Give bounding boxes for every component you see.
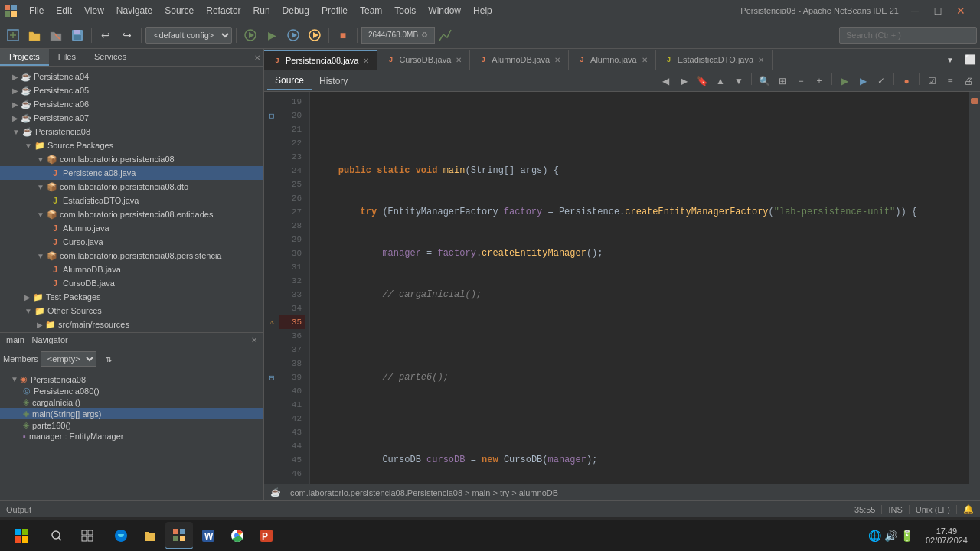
menu-profile[interactable]: Profile xyxy=(315,4,354,18)
windows-button[interactable] xyxy=(6,520,37,551)
redo-button[interactable]: ↪ xyxy=(117,25,137,45)
taskbar-chrome[interactable] xyxy=(224,522,251,549)
tree-item-cursodb[interactable]: J CursoDB.java xyxy=(0,276,263,290)
nav-item-main[interactable]: ◈ main(String[] args) xyxy=(0,408,263,419)
undo-button[interactable]: ↩ xyxy=(96,25,116,45)
tree-item-curso[interactable]: J Curso.java xyxy=(0,235,263,249)
tab-close-alumnodb[interactable]: ✕ xyxy=(554,56,560,64)
expand-pkg1[interactable]: ▼ xyxy=(37,155,44,164)
memory-indicator[interactable]: 2644/768.0MB ♻ xyxy=(361,27,435,44)
clock[interactable]: 17:49 02/07/2024 xyxy=(926,527,968,545)
expand-nav-class[interactable]: ▼ xyxy=(11,375,18,383)
menu-view[interactable]: View xyxy=(78,4,110,18)
nav-scope-select[interactable]: <empty> xyxy=(41,351,96,367)
menu-help[interactable]: Help xyxy=(467,4,498,18)
tree-item-pkg3[interactable]: ▼ 📦 com.laboratorio.persistencia08.entid… xyxy=(0,207,263,221)
tab-services[interactable]: Services xyxy=(85,49,136,66)
expand-pkg3[interactable]: ▼ xyxy=(37,210,44,219)
expand-p07[interactable]: ▶ xyxy=(12,114,18,122)
left-panel-close[interactable]: ✕ xyxy=(254,54,260,62)
fold-39[interactable]: ⊟ xyxy=(270,373,275,383)
tree-item-estadisticadto[interactable]: J EstadisticaDTO.java xyxy=(0,194,263,207)
tree-item-pkg1[interactable]: ▼ 📦 com.laboratorio.persistencia08 xyxy=(0,152,263,166)
taskbar-task-view[interactable] xyxy=(74,522,101,549)
debug-button[interactable] xyxy=(283,25,303,45)
tab-close-cursodb[interactable]: ✕ xyxy=(456,56,462,64)
status-notifications[interactable]: 🔔 xyxy=(957,504,980,514)
expand-p08[interactable]: ▼ xyxy=(12,128,20,136)
taskbar-search[interactable] xyxy=(43,522,70,549)
expand-pkg4[interactable]: ▼ xyxy=(37,252,44,260)
new-project-button[interactable] xyxy=(3,25,23,45)
gutter-39[interactable]: ⊟ xyxy=(264,370,279,384)
tree-item-source-packages[interactable]: ▼ 📁 Source Packages xyxy=(0,139,263,152)
prev-bookmark[interactable]: ▲ xyxy=(712,73,729,90)
nav-item-constructor[interactable]: ◎ Persistencia080() xyxy=(0,385,263,396)
toggle-breakpoint[interactable]: ● xyxy=(898,73,915,90)
expand-os[interactable]: ▼ xyxy=(24,307,32,315)
nav-item-parte160[interactable]: ◈ parte160() xyxy=(0,419,263,431)
tab-close-estadistica[interactable]: ✕ xyxy=(758,56,764,64)
menu-source[interactable]: Source xyxy=(158,4,200,18)
test-file-btn[interactable]: ✓ xyxy=(873,73,890,90)
navigator-close[interactable]: ✕ xyxy=(251,336,257,344)
taskbar-word[interactable]: W xyxy=(194,522,222,549)
tab-overflow-button[interactable]: ▼ xyxy=(940,50,960,70)
fold-all[interactable]: − xyxy=(792,73,809,90)
build-button[interactable] xyxy=(240,25,260,45)
expand-smr[interactable]: ▶ xyxy=(37,321,43,329)
tree-item-smr[interactable]: ▶ 📁 src/main/resources xyxy=(0,318,263,331)
taskbar-edge[interactable] xyxy=(107,522,135,549)
expand-sp[interactable]: ▼ xyxy=(24,142,32,150)
status-output-tab[interactable]: Output xyxy=(0,505,38,514)
taskbar-netbeans[interactable] xyxy=(165,522,193,549)
menu-file[interactable]: File xyxy=(23,4,50,18)
toggle-bookmark[interactable]: 🔖 xyxy=(694,73,710,90)
nav-item-manager[interactable]: ▪ manager : EntityManager xyxy=(0,431,263,442)
tree-item-main-java[interactable]: J Persistencia08.java xyxy=(0,166,263,180)
minimize-button[interactable]: ─ xyxy=(905,1,925,21)
gutter-20[interactable]: ⊟ xyxy=(264,109,279,122)
tab-close-alumno[interactable]: ✕ xyxy=(642,56,648,64)
menu-window[interactable]: Window xyxy=(422,4,467,18)
next-bookmark[interactable]: ▼ xyxy=(730,73,747,90)
tree-item-pkg4[interactable]: ▼ 📦 com.laboratorio.persistencia08.persi… xyxy=(0,249,263,262)
tab-files[interactable]: Files xyxy=(49,49,85,66)
tree-item-p06[interactable]: ▶ ☕ Persistencia06 xyxy=(0,97,263,111)
tree-item-p07[interactable]: ▶ ☕ Persistencia07 xyxy=(0,111,263,125)
tree-item-pkg2[interactable]: ▼ 📦 com.laboratorio.persistencia08.dto xyxy=(0,180,263,194)
code-editor[interactable]: ⊟ ⚠ ⊟ xyxy=(264,92,980,484)
print-btn[interactable]: 🖨 xyxy=(960,73,977,90)
network-icon[interactable]: 🌐 xyxy=(868,530,881,542)
tab-estadisticadto[interactable]: J EstadisticaDTO.java ✕ xyxy=(656,50,773,70)
tab-maximize-button[interactable]: ⬜ xyxy=(960,50,980,70)
taskbar-powerpoint[interactable]: P xyxy=(253,522,280,549)
profile-button[interactable] xyxy=(305,25,325,45)
debug-file-btn[interactable]: ▶ xyxy=(854,73,871,90)
tab-alumnodb[interactable]: J AlumnoDB.java ✕ xyxy=(470,50,569,70)
tree-item-alumno[interactable]: J Alumno.java xyxy=(0,221,263,235)
tree-item-p08[interactable]: ▼ ☕ Persistencia08 xyxy=(0,125,263,139)
close-button[interactable]: ✕ xyxy=(951,1,971,21)
menu-run[interactable]: Run xyxy=(247,4,276,18)
close-project-button[interactable] xyxy=(46,25,66,45)
speaker-icon[interactable]: 🔊 xyxy=(884,530,897,542)
config-select[interactable]: <default config> xyxy=(145,27,232,44)
source-tab-source[interactable]: Source xyxy=(267,72,312,90)
tab-close-p08[interactable]: ✕ xyxy=(363,57,369,65)
fold-20[interactable]: ⊟ xyxy=(270,111,275,121)
menu-navigate[interactable]: Navigate xyxy=(110,4,158,18)
maximize-button[interactable]: □ xyxy=(928,1,948,21)
tree-item-test-packages[interactable]: ▶ 📁 Test Packages xyxy=(0,290,263,304)
run-button[interactable]: ▶ xyxy=(262,25,282,45)
save-button[interactable] xyxy=(67,25,87,45)
toggle-fold[interactable]: ⊞ xyxy=(774,73,791,90)
expand-p06[interactable]: ▶ xyxy=(12,100,18,109)
menu-edit[interactable]: Edit xyxy=(50,4,78,18)
tab-alumno[interactable]: J Alumno.java ✕ xyxy=(569,50,656,70)
source-tab-history[interactable]: History xyxy=(312,73,355,90)
tree-item-other-sources[interactable]: ▼ 📁 Other Sources xyxy=(0,304,263,318)
expand-p04[interactable]: ▶ xyxy=(12,73,18,81)
stop-button[interactable]: ■ xyxy=(333,25,353,45)
tasks-btn[interactable]: ☑ xyxy=(923,73,940,90)
